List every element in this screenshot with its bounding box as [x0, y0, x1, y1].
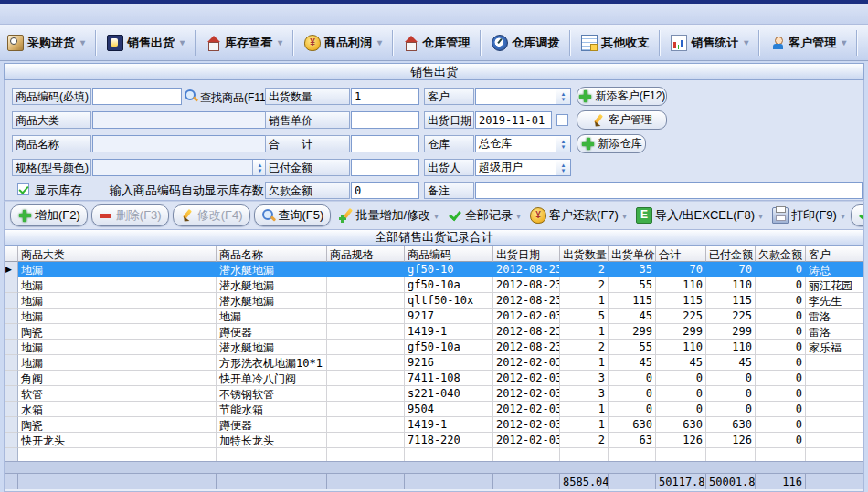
find-product-link[interactable]: 查找商品(F11): [200, 90, 270, 106]
add-customer-button[interactable]: 新添客户(F12): [577, 87, 667, 106]
menu-item[interactable]: [152, 12, 166, 16]
section-header: 销售出货: [4, 63, 864, 80]
spinner-icon[interactable]: ▲▼: [556, 89, 570, 104]
menu-item[interactable]: [35, 12, 49, 16]
shipper-select[interactable]: 超级用户 ▲▼: [475, 159, 571, 176]
toolbar-button[interactable]: 库存查看 ▾: [199, 29, 290, 57]
menu-item[interactable]: [93, 12, 108, 16]
table-row[interactable]: 陶瓷 蹲便器 1419-1 2012-02-03 1 630 630 630 0: [5, 417, 863, 433]
records-table: 全部销售出货记录合计 商品大类 商品名称 商品规格 商品编码 出货日期 出货数量…: [4, 230, 864, 492]
toolbar-button[interactable]: 仓库管理: [397, 29, 477, 57]
add-warehouse-button[interactable]: 新添仓库: [577, 134, 646, 153]
col-header[interactable]: 商品规格: [327, 246, 405, 262]
toolbar-button[interactable]: 仓库调拨: [484, 29, 566, 57]
menu-item[interactable]: [79, 12, 93, 16]
menu-item[interactable]: [20, 12, 35, 16]
table-row[interactable]: 水箱 节能水箱 9504 2012-02-03 1 0 0 0 0: [5, 402, 863, 417]
chevron-down-icon[interactable]: ▾: [744, 37, 748, 47]
chevron-down-icon[interactable]: ▾: [377, 37, 382, 47]
chevron-down-icon[interactable]: ▾: [758, 211, 763, 221]
table-row[interactable]: 角阀 快开单冷八门阀 7411-108 2012-02-03 3 0 0 0 0: [5, 371, 863, 386]
chevron-down-icon[interactable]: ▾: [80, 37, 85, 47]
customer-mgmt-button[interactable]: 客户管理: [577, 110, 667, 130]
unit-price-input[interactable]: [351, 111, 419, 129]
menu-item[interactable]: [137, 12, 152, 16]
toolbar-button[interactable]: 员工管理: [861, 29, 868, 57]
paid-input[interactable]: [351, 159, 419, 176]
col-header[interactable]: 合计: [656, 246, 706, 262]
col-header[interactable]: 已付金额: [706, 246, 756, 262]
action-button[interactable]: 全部记录 ▾: [444, 207, 524, 224]
product-code-input[interactable]: [92, 88, 182, 105]
action-button[interactable]: 打印(F9) ▾: [768, 207, 849, 224]
table-row[interactable]: 地漏 潜水艇地漏 qltf50-10x 2012-08-23 1 115 115…: [5, 293, 863, 309]
cell-debt: 0: [756, 324, 806, 340]
cell-total: 70: [656, 262, 706, 277]
action-button[interactable]: 客户还款(F7) ▾: [526, 207, 630, 224]
col-header[interactable]: 出货日期: [493, 246, 560, 262]
col-header[interactable]: 商品名称: [217, 246, 327, 262]
action-button[interactable]: 删除(F3): [91, 204, 169, 226]
action-button[interactable]: 批量增加/修改 ▾: [334, 207, 442, 224]
col-header[interactable]: 客户: [806, 246, 863, 262]
chevron-down-icon[interactable]: ▾: [842, 37, 846, 47]
col-header[interactable]: 出货单价: [609, 246, 656, 262]
spinner-icon[interactable]: ▲▼: [556, 136, 570, 152]
table-row[interactable]: 软管 不锈钢软管 s221-040 2012-02-03 3 0 0 0 0: [5, 386, 863, 402]
remark-input[interactable]: [475, 182, 863, 199]
warehouse-select[interactable]: 总仓库 ▲▼: [475, 135, 571, 152]
toolbar-button[interactable]: 其他收支: [574, 29, 656, 57]
action-button[interactable]: 修改(F4): [173, 204, 250, 226]
table-row[interactable]: 地漏 潜水艇地漏 gf50-10a 2012-08-23 2 55 110 11…: [5, 277, 863, 293]
table-row[interactable]: 快开龙头 加特长龙头 7118-220 2012-02-03 2 63 126 …: [5, 433, 863, 448]
totals-empty: [493, 473, 560, 489]
chevron-down-icon[interactable]: ▾: [516, 211, 521, 221]
action-button[interactable]: 查询(F5): [254, 204, 332, 226]
menu-item[interactable]: [5, 12, 20, 16]
col-header[interactable]: 出货数量: [560, 246, 609, 262]
chevron-down-icon[interactable]: ▾: [841, 211, 845, 221]
toolbar-button[interactable]: 销售出货 ▾: [100, 29, 192, 57]
menu-item[interactable]: [49, 12, 64, 16]
cell-code: 7118-220: [405, 433, 493, 448]
chevron-down-icon[interactable]: ▾: [278, 37, 282, 47]
table-row[interactable]: ▶ 地漏 潜水艇地漏 gf50-10 2012-08-23 2 35 70 70…: [5, 262, 863, 277]
totals-total: 50117.835: [656, 473, 706, 489]
product-name-input[interactable]: [92, 135, 268, 152]
chevron-down-icon[interactable]: ▾: [434, 211, 439, 221]
date-picker-checkbox[interactable]: [556, 114, 568, 126]
table-row[interactable]: 地漏 方形洗衣机地漏10*1 9216 2012-02-03 1 45 45 4…: [5, 355, 863, 371]
col-header[interactable]: 商品大类: [18, 246, 217, 262]
spinner-icon[interactable]: ▲▼: [556, 160, 570, 175]
menu-item[interactable]: [64, 12, 79, 16]
qty-input[interactable]: [351, 88, 419, 105]
col-header[interactable]: 商品编码: [405, 246, 493, 262]
toolbar-button[interactable]: 商品利润 ▾: [297, 29, 389, 57]
toolbar-button[interactable]: 采购进货 ▾: [0, 29, 92, 57]
action-button[interactable]: 增加(F2): [10, 204, 88, 226]
chevron-down-icon[interactable]: ▾: [622, 211, 627, 221]
toolbar-button[interactable]: 销售统计 ▾: [663, 29, 756, 57]
search-icon[interactable]: [184, 89, 198, 103]
spec-select[interactable]: ▲▼: [92, 159, 268, 176]
customer-select[interactable]: ▲▼: [475, 88, 571, 105]
table-row[interactable]: 陶瓷 蹲便器 1419-1 2012-08-23 1 299 299 299 0…: [5, 324, 863, 340]
cell-customer: [806, 355, 863, 371]
show-stock-checkbox[interactable]: [17, 183, 29, 195]
menu-item[interactable]: [108, 12, 122, 16]
action-button[interactable]: 导入/出EXCEL(F8) ▾: [632, 207, 767, 224]
menu-item[interactable]: [122, 12, 137, 16]
debt-input[interactable]: [351, 182, 419, 199]
total-input[interactable]: [351, 135, 419, 152]
cell-qty: 1: [560, 417, 609, 433]
col-header[interactable]: 欠款金额: [756, 246, 806, 262]
ship-date-input[interactable]: [475, 111, 552, 129]
table-row[interactable]: 地漏 潜水艇地漏 gf50-10a 2012-08-23 2 55 110 11…: [5, 340, 863, 355]
menu-item[interactable]: [166, 12, 181, 16]
action-button[interactable]: 设计报表(F10): [851, 204, 864, 226]
cell-customer: 李先生: [806, 293, 863, 309]
chevron-down-icon[interactable]: ▾: [180, 37, 185, 47]
category-input[interactable]: [92, 111, 268, 129]
table-row[interactable]: 地漏 地漏 9217 2012-02-03 5 45 225 225 0 雷洛: [5, 309, 863, 324]
toolbar-button[interactable]: 客户管理 ▾: [763, 29, 853, 57]
